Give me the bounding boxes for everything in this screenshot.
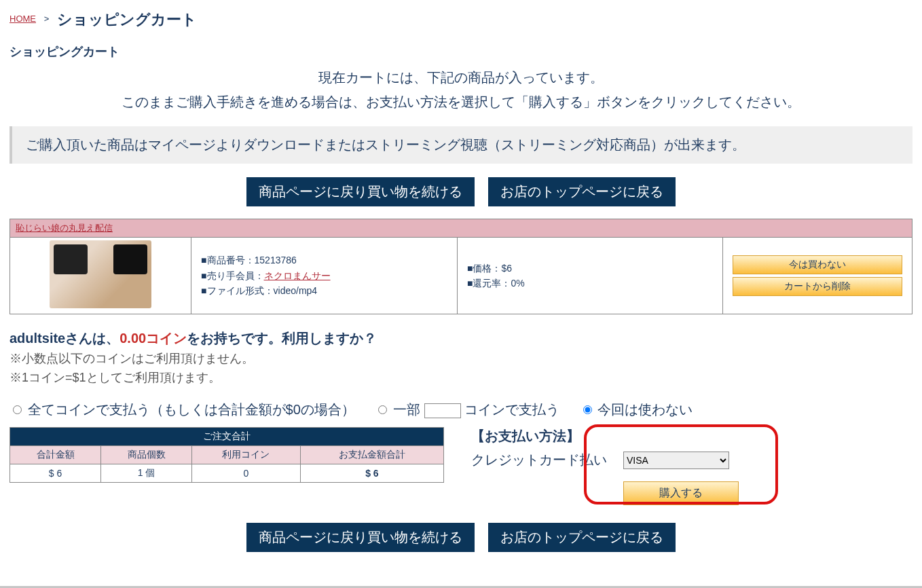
breadcrumb: HOME > ショッピングカート xyxy=(10,10,912,30)
desc-line2: このままご購入手続きを進める場合は、お支払い方法を選択して「購入する」ボタンをク… xyxy=(10,90,912,114)
card-select[interactable]: VISA xyxy=(623,452,729,469)
page-subtitle: ショッピングカート xyxy=(10,43,912,60)
back-to-store-button-2[interactable]: お店のトップページに戻る xyxy=(488,523,676,552)
store-header: 恥じらい娘の丸見え配信 xyxy=(10,219,912,238)
payment-label: クレジットカード払い xyxy=(471,451,607,469)
product-thumbnail[interactable] xyxy=(50,240,151,308)
cart-row: ■商品番号：15213786 ■売り手会員：ネクロまんサー ■ファイル形式：vi… xyxy=(10,238,912,314)
price-label: ■価格： xyxy=(467,263,501,274)
summary-v3: 0 xyxy=(192,464,301,483)
item-num-label: ■商品番号： xyxy=(201,255,254,265)
coin-line: adultsiteさんは、0.00コインをお持ちです。利用しますか？ xyxy=(10,329,912,348)
bottom-button-row: 商品ページに戻り買い物を続ける お店のトップページに戻る xyxy=(10,523,912,552)
coin-opt-none[interactable]: 今回は使わない xyxy=(580,402,693,417)
rebate-value: 0% xyxy=(511,278,524,289)
thumbnail-cell xyxy=(10,238,191,314)
summary-title: ご注文合計 xyxy=(10,428,444,446)
rebate-label: ■還元率： xyxy=(467,278,511,289)
summary-h4: お支払金額合計 xyxy=(300,446,443,464)
back-to-product-button-2[interactable]: 商品ページに戻り買い物を続ける xyxy=(246,523,475,552)
actions-cell: 今は買わない カートから削除 xyxy=(723,238,912,314)
price-cell: ■価格：$6 ■還元率：0% xyxy=(458,238,723,314)
summary-table: ご注文合計 合計金額 商品個数 利用コイン お支払金額合計 $ 6 1 個 0 … xyxy=(10,427,444,483)
summary-v2: 1 個 xyxy=(101,464,192,483)
payment-block: 【お支払い方法】 クレジットカード払い VISA 購入する xyxy=(471,427,912,505)
coin-radio-all[interactable] xyxy=(13,405,22,414)
seller-link[interactable]: ネクロまんサー xyxy=(264,270,331,281)
purchase-button[interactable]: 購入する xyxy=(623,481,739,505)
coin-note2: ※1コイン=$1としてご利用頂けます。 xyxy=(10,369,912,386)
coin-opt-part[interactable]: 一部 コインで支払う xyxy=(375,402,559,417)
summary-h3: 利用コイン xyxy=(192,446,301,464)
seller-label: ■売り手会員： xyxy=(201,270,263,281)
coin-note1: ※小数点以下のコインはご利用頂けません。 xyxy=(10,350,912,367)
coin-options: 全てコインで支払う（もしくは合計金額が$0の場合） 一部 コインで支払う 今回は… xyxy=(10,401,912,419)
coin-part1: さんは、 xyxy=(65,331,119,346)
coin-part2: をお持ちです。利用しますか？ xyxy=(187,331,377,346)
summary-h1: 合計金額 xyxy=(10,446,101,464)
notice-banner: ご購入頂いた商品はマイページよりダウンロードまたはストリーミング視聴（ストリーミ… xyxy=(10,126,912,164)
coin-radio-none[interactable] xyxy=(583,405,592,414)
info-cell: ■商品番号：15213786 ■売り手会員：ネクロまんサー ■ファイル形式：vi… xyxy=(191,238,458,314)
coin-amount: 0.00コイン xyxy=(119,331,187,346)
desc-line1: 現在カートには、下記の商品が入っています。 xyxy=(10,65,912,90)
desc-block: 現在カートには、下記の商品が入っています。 このままご購入手続きを進める場合は、… xyxy=(10,65,912,114)
remove-button[interactable]: カートから削除 xyxy=(733,277,902,296)
cart-table: 恥じらい娘の丸見え配信 ■商品番号：15213786 ■売り手会員：ネクロまんサ… xyxy=(10,219,912,314)
coin-radio-part[interactable] xyxy=(378,405,387,414)
summary-v4: $ 6 xyxy=(300,464,443,483)
back-to-product-button[interactable]: 商品ページに戻り買い物を続ける xyxy=(246,177,475,206)
coin-part-input[interactable] xyxy=(424,403,461,418)
breadcrumb-title: ショッピングカート xyxy=(57,11,197,28)
format-label: ■ファイル形式： xyxy=(201,285,273,296)
coin-opt-part-pre: 一部 xyxy=(393,402,420,417)
breadcrumb-home[interactable]: HOME xyxy=(10,14,36,24)
buy-later-button[interactable]: 今は買わない xyxy=(733,255,902,274)
coin-opt-part-post: コインで支払う xyxy=(464,402,559,417)
breadcrumb-sep: > xyxy=(44,14,50,24)
store-link[interactable]: 恥じらい娘の丸見え配信 xyxy=(16,223,113,233)
back-to-store-button[interactable]: お店のトップページに戻る xyxy=(488,177,676,206)
item-num: 15213786 xyxy=(255,255,297,265)
format-value: video/mp4 xyxy=(274,285,318,296)
summary-v1: $ 6 xyxy=(10,464,101,483)
coin-opt-all[interactable]: 全てコインで支払う（もしくは合計金額が$0の場合） xyxy=(10,402,355,417)
coin-opt-none-label: 今回は使わない xyxy=(597,402,693,417)
coin-user: adultsite xyxy=(10,331,65,346)
payment-title: 【お支払い方法】 xyxy=(471,427,912,445)
coin-opt-all-label: 全てコインで支払う（もしくは合計金額が$0の場合） xyxy=(28,402,355,417)
summary-h2: 商品個数 xyxy=(101,446,192,464)
price-value: $6 xyxy=(501,263,512,274)
top-button-row: 商品ページに戻り買い物を続ける お店のトップページに戻る xyxy=(10,177,912,206)
